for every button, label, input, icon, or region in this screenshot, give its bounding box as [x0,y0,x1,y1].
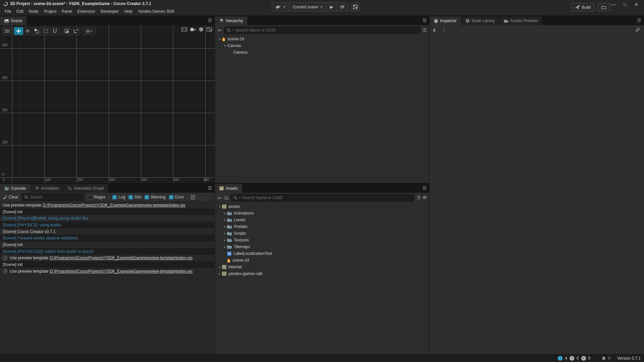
menu-yandex-games-sdk[interactable]: Yandex.Games SDK [135,8,177,14]
filter-error[interactable]: Error [169,195,184,199]
scene-export-settings-button[interactable] [207,27,212,32]
menu-edit[interactable]: Edit [14,8,26,14]
asset-row-labellocalizationtest[interactable]: LabelLocalizationTest [215,250,429,257]
asset-row-internal[interactable]: ▸ internal [215,264,429,270]
console-log-row[interactable]: [Scene] [PHYSICS2D]: switch from builtin… [0,248,215,255]
menu-file[interactable]: File [2,8,14,14]
aspect-ratio-button[interactable] [181,27,187,32]
expand-chevron-icon[interactable]: ▸ [222,225,227,228]
mode-2d-button[interactable]: 2D [2,27,11,35]
assets-search-input[interactable] [242,195,412,200]
asset-row-animations[interactable]: ▸ Animations [215,210,429,217]
pivot-snap-button[interactable] [62,27,71,35]
minimize-button[interactable]: — [608,0,619,9]
log-detail-icon[interactable] [191,195,195,199]
filter-warning[interactable]: Warning [145,195,165,199]
scene-settings-gear-icon[interactable] [199,27,204,32]
menu-project[interactable]: Project [41,8,59,14]
console-log-row[interactable]: [Scene] init [0,241,215,248]
asset-row-scene-2d[interactable]: scene-2d [215,257,429,264]
console-log-row[interactable]: 2Use preview templateD:\Programms\CocosP… [0,255,215,262]
tab-console[interactable]: Console [0,184,30,193]
expand-chevron-icon[interactable]: ▾ [217,37,222,41]
tab-scene[interactable]: Scene [0,16,26,25]
hierarchy-node-camera[interactable]: Camera [215,49,429,56]
hierarchy-view-options-icon[interactable]: ☰ [423,28,427,33]
expand-chevron-icon[interactable]: ▾ [217,205,222,208]
expand-chevron-icon[interactable]: ▸ [217,272,222,275]
console-log-row[interactable]: [Scene] [PHYSICS]: using builtin. [0,222,215,228]
assets-panel-menu-icon[interactable]: ☰ [422,185,427,191]
maximize-button[interactable]: □ [619,0,631,9]
expand-chevron-icon[interactable]: ▸ [222,232,227,235]
refresh-button[interactable]: ⟳ [337,3,348,11]
tab-animation-graph[interactable]: Animation Graph [63,184,108,193]
log-checkbox[interactable] [112,195,117,199]
inspector-panel-menu-icon[interactable]: ☰ [637,18,641,23]
rotate-tool-button[interactable]: ⟳ [23,27,32,35]
pin-icon[interactable] [636,28,640,32]
scale-tool-button[interactable] [32,27,41,35]
console-log-row[interactable]: 3Use preview templateD:\Programms\CocosP… [0,268,215,275]
nav-back-icon[interactable] [433,28,437,32]
nav-forward-icon[interactable] [442,28,445,32]
gizmo-display-button[interactable]: ▾ [83,27,96,35]
tab-assets[interactable]: Assets [215,184,242,193]
refresh-assets-icon[interactable]: ⟳ [423,195,427,200]
menu-extension[interactable]: Extension [75,8,98,14]
console-panel-menu-icon[interactable]: ☰ [208,185,212,191]
asset-row-levels[interactable]: ▸ Levels [215,217,429,223]
search-filter-caret-icon[interactable]: ▾ [232,29,234,32]
menu-developer[interactable]: Developer [98,8,121,14]
asset-row-prefabs[interactable]: ▸ Prefabs [215,223,429,230]
error-checkbox[interactable] [169,195,173,199]
coordinate-mode-button[interactable] [71,27,80,35]
warning-count-icon[interactable]: ! [570,356,574,361]
error-count-icon[interactable]: ✕ [581,356,586,361]
info-checkbox[interactable] [128,195,133,199]
play-button[interactable]: ▶ [326,3,337,11]
clear-console-button[interactable]: Clear [3,195,18,199]
log-file-link[interactable]: D:\Programms\CocosProjects\YSDK_ExampleG… [50,256,193,260]
log-file-link[interactable]: D:\Programms\CocosProjects\YSDK_ExampleG… [50,269,193,274]
log-file-link[interactable]: D:\Programms\CocosProjects\YSDK_ExampleG… [43,203,185,208]
anchor-tool-button[interactable] [50,27,59,35]
sort-assets-button[interactable] [224,196,228,200]
expand-chevron-icon[interactable]: ▸ [222,212,227,215]
expand-chevron-icon[interactable]: ▸ [217,265,222,269]
asset-row-scripts[interactable]: ▸ Scripts [215,230,429,237]
menu-node[interactable]: Node [26,8,41,14]
asset-row-tilemaps[interactable]: ▸ Tilemaps [215,243,429,250]
tab-node-library[interactable]: Node Library [461,16,499,25]
close-button[interactable]: ✕ [631,0,642,9]
filter-log[interactable]: Log [112,195,125,199]
create-asset-button[interactable]: +▾ [218,195,222,200]
expand-chevron-icon[interactable]: ▾ [223,44,227,47]
preview-browser-select[interactable]: ▼ [272,3,289,11]
scene-viewport[interactable]: 400 300 200 100 0 0 100 200 300 400 500 … [0,25,215,183]
console-log-row[interactable]: Use preview templateD:\Programms\CocosPr… [0,202,215,209]
rect-tool-button[interactable] [41,27,50,35]
hierarchy-panel-menu-icon[interactable]: ☰ [422,18,427,23]
hierarchy-search-input[interactable] [235,28,418,33]
assets-view-options-icon[interactable]: ☰ [417,195,421,200]
build-button[interactable]: Build [571,3,595,11]
console-log-row[interactable]: [Scene] Forward render pipeline initiali… [0,235,215,241]
bell-icon[interactable] [602,356,606,361]
layout-grid-button[interactable] [351,2,360,11]
console-log-row[interactable]: [Scene] init [0,209,215,215]
console-search-input[interactable] [30,195,82,199]
expand-chevron-icon[interactable]: ▸ [222,238,227,242]
console-log-row[interactable]: [Scene] init [0,261,215,268]
asset-row-textures[interactable]: ▸ Textures [215,237,429,243]
create-node-button[interactable]: +▾ [218,28,222,33]
console-log-row[interactable]: [Scene] [Physics][Bullet]: Using asmjs B… [0,215,215,222]
asset-row-yandex-games-sdk[interactable]: ▸ yandex-games-sdk [215,270,429,277]
hierarchy-node-canvas[interactable]: ▾ Canvas [215,42,429,49]
tab-hierarchy[interactable]: Hierarchy [215,16,247,25]
regex-checkbox[interactable] [88,195,92,199]
expand-chevron-icon[interactable]: ▸ [222,245,227,248]
menu-panel[interactable]: Panel [59,8,75,14]
search-filter-caret-icon[interactable]: ▾ [239,196,240,199]
menu-help[interactable]: Help [121,8,135,14]
